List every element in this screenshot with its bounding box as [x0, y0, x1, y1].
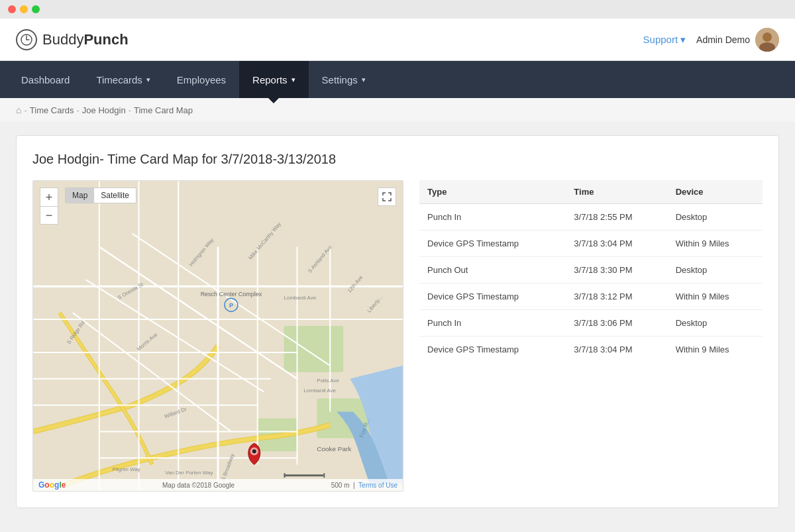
cell-time: 3/7/18 3:30 PM	[566, 257, 667, 284]
cell-device: Within 9 Miles	[668, 284, 763, 310]
table-header: Type Time Device	[419, 180, 763, 204]
svg-point-60	[252, 449, 256, 453]
map-type-map[interactable]: Map	[66, 188, 94, 203]
header-right: Support ▾ Admin Demo	[643, 28, 779, 52]
cell-type: Punch In	[419, 310, 566, 337]
title-bar	[0, 0, 795, 19]
nav-item-timecards[interactable]: Timecards ▾	[83, 61, 163, 98]
cell-device: Within 9 Miles	[668, 337, 763, 363]
nav-item-employees[interactable]: Employees	[164, 61, 239, 98]
nav: Dashboard Timecards ▾ Employees Reports …	[0, 61, 795, 98]
breadcrumb-map[interactable]: Time Card Map	[134, 105, 193, 115]
table-row: Punch Out3/7/18 3:30 PMDesktop	[419, 257, 763, 284]
svg-text:Resch Center Complex: Resch Center Complex	[201, 291, 262, 297]
traffic-light-yellow[interactable]	[20, 5, 28, 13]
card-body: Fox R... Ashwaubenon Ashwaubenon Bay Par…	[32, 180, 763, 492]
cell-time: 3/7/18 3:04 PM	[566, 231, 667, 257]
logo[interactable]: BuddyPunch	[16, 29, 129, 50]
svg-text:Potts Ave: Potts Ave	[317, 378, 339, 384]
svg-rect-7	[284, 326, 344, 372]
page-title: Joe Hodgin- Time Card Map for 3/7/2018-3…	[32, 152, 763, 167]
header: BuddyPunch Support ▾ Admin Demo	[0, 19, 795, 61]
cell-time: 3/7/18 2:55 PM	[566, 204, 667, 231]
main-content: Joe Hodgin- Time Card Map for 3/7/2018-3…	[0, 122, 795, 532]
cell-type: Device GPS Timestamp	[419, 231, 566, 257]
map-attribution: Google Map data ©2018 Google 500 m | Ter…	[33, 479, 403, 491]
breadcrumb-timecards[interactable]: Time Cards	[30, 105, 74, 115]
cell-time: 3/7/18 3:12 PM	[566, 284, 667, 310]
breadcrumb: ⌂ - Time Cards - Joe Hodgin - Time Card …	[0, 98, 795, 122]
traffic-light-red[interactable]	[8, 5, 16, 13]
map-type-toggle: Map Satellite	[65, 187, 136, 203]
cell-type: Punch In	[419, 204, 566, 231]
map-container[interactable]: Fox R... Ashwaubenon Ashwaubenon Bay Par…	[32, 180, 403, 492]
user-info[interactable]: Admin Demo	[696, 28, 779, 52]
cell-time: 3/7/18 3:04 PM	[566, 337, 667, 363]
logo-text: BuddyPunch	[42, 31, 129, 48]
cell-type: Device GPS Timestamp	[419, 337, 566, 363]
cell-device: Desktop	[668, 257, 763, 284]
google-logo: Google	[38, 480, 66, 490]
svg-text:Van Der Porten Way: Van Der Porten Way	[165, 470, 213, 476]
zoom-out-button[interactable]: −	[40, 206, 58, 225]
map-zoom-controls: + −	[40, 187, 58, 225]
svg-text:Lombardi Ave: Lombardi Ave	[284, 295, 317, 301]
settings-chevron-icon: ▾	[362, 76, 366, 84]
table-row: Device GPS Timestamp3/7/18 3:12 PMWithin…	[419, 284, 763, 310]
reports-chevron-icon: ▾	[292, 76, 295, 84]
cell-time: 3/7/18 3:06 PM	[566, 310, 667, 337]
table-row: Device GPS Timestamp3/7/18 3:04 PMWithin…	[419, 231, 763, 257]
svg-text:Pilgrim Way: Pilgrim Way	[113, 466, 140, 472]
card: Joe Hodgin- Time Card Map for 3/7/2018-3…	[16, 135, 779, 508]
zoom-in-button[interactable]: +	[40, 187, 58, 206]
home-icon[interactable]: ⌂	[16, 105, 21, 115]
table-row: Device GPS Timestamp3/7/18 3:04 PMWithin…	[419, 337, 763, 363]
terms-link[interactable]: Terms of Use	[358, 482, 398, 489]
cell-type: Punch Out	[419, 257, 566, 284]
table-row: Punch In3/7/18 3:06 PMDesktop	[419, 310, 763, 337]
logo-icon	[16, 29, 37, 50]
svg-rect-66	[284, 473, 286, 478]
col-device: Device	[668, 180, 763, 204]
svg-point-4	[763, 32, 772, 42]
col-time: Time	[566, 180, 667, 204]
svg-text:Cooke Park: Cooke Park	[317, 445, 351, 452]
support-link[interactable]: Support ▾	[643, 34, 686, 46]
svg-text:Lombardi Ave: Lombardi Ave	[303, 388, 336, 394]
map-expand-button[interactable]	[378, 187, 396, 206]
svg-rect-67	[323, 473, 325, 478]
table-row: Punch In3/7/18 2:55 PMDesktop	[419, 204, 763, 231]
map-scale: 500 m | Terms of Use	[331, 482, 398, 489]
avatar	[755, 28, 779, 52]
timecards-chevron-icon: ▾	[146, 76, 150, 84]
support-chevron-icon: ▾	[680, 34, 686, 46]
cell-type: Device GPS Timestamp	[419, 284, 566, 310]
col-type: Type	[419, 180, 566, 204]
nav-item-settings[interactable]: Settings ▾	[309, 61, 379, 98]
svg-rect-65	[284, 474, 324, 476]
cell-device: Desktop	[668, 204, 763, 231]
nav-item-reports[interactable]: Reports ▾	[239, 61, 309, 98]
nav-item-dashboard[interactable]: Dashboard	[8, 61, 83, 98]
svg-text:P: P	[229, 302, 233, 309]
cell-device: Within 9 Miles	[668, 231, 763, 257]
map-type-satellite[interactable]: Satellite	[94, 188, 136, 203]
traffic-light-green[interactable]	[32, 5, 40, 13]
punch-table: Type Time Device Punch In3/7/18 2:55 PMD…	[419, 180, 763, 362]
cell-device: Desktop	[668, 310, 763, 337]
breadcrumb-employee[interactable]: Joe Hodgin	[82, 105, 126, 115]
map-data-label: Map data ©2018 Google	[162, 482, 235, 489]
table-container: Type Time Device Punch In3/7/18 2:55 PMD…	[419, 180, 763, 492]
table-body: Punch In3/7/18 2:55 PMDesktopDevice GPS …	[419, 204, 763, 363]
